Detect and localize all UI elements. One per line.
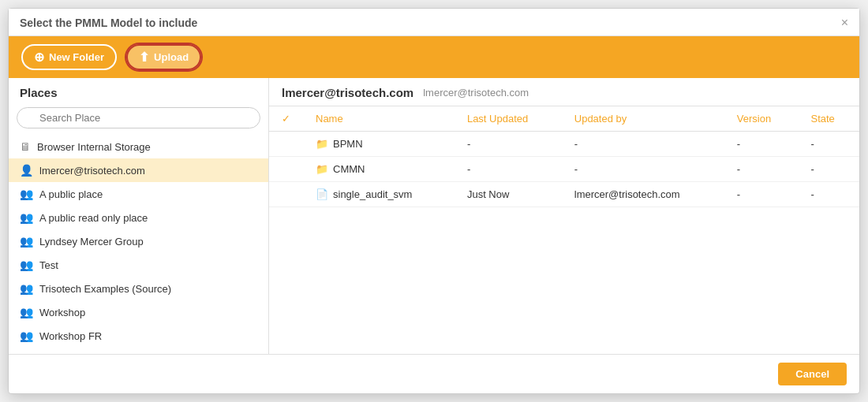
row-state: - (798, 132, 859, 157)
sidebar-item-label: Test (39, 259, 58, 271)
file-table: ✓ Name Last Updated Updated by Version S… (269, 106, 859, 354)
sidebar-item-label: A public place (39, 188, 103, 200)
file-icon: 📄 (316, 188, 328, 200)
updated-by-column-header[interactable]: Updated by (562, 106, 724, 132)
group-icon: 👥 (20, 306, 33, 318)
sidebar-item-label: A public read only place (39, 212, 148, 224)
sidebar-item-label: Trisotech Examples (Source) (39, 283, 171, 295)
sidebar-item-browser-internal-storage[interactable]: 🖥 Browser Internal Storage (9, 135, 268, 158)
check-col-header: ✓ (269, 106, 303, 132)
group-icon: 👥 (20, 188, 33, 200)
sidebar-item-label: lmercer@trisotech.com (39, 165, 145, 177)
files-table: ✓ Name Last Updated Updated by Version S… (269, 106, 859, 207)
state-column-header[interactable]: State (798, 106, 859, 132)
new-folder-icon: ⊕ (34, 50, 44, 65)
content-path: lmercer@trisotech.com (423, 87, 529, 99)
search-container: 🔍 (9, 104, 268, 135)
row-updated-by: lmercer@trisotech.com (562, 182, 724, 207)
row-check (269, 157, 303, 182)
row-name: 📄 single_audit_svm (303, 182, 455, 207)
user-icon: 👤 (20, 164, 33, 177)
search-wrapper: 🔍 (17, 107, 260, 128)
sidebar-item-label: Lyndsey Mercer Group (39, 236, 144, 248)
row-last-updated: - (455, 157, 562, 182)
sidebar-list: 🖥 Browser Internal Storage 👤 lmercer@tri… (9, 135, 268, 354)
cancel-button[interactable]: Cancel (778, 363, 847, 385)
sidebar-item-lmercer[interactable]: 👤 lmercer@trisotech.com (9, 158, 268, 182)
table-row[interactable]: 📄 single_audit_svm Just Now lmercer@tris… (269, 182, 859, 207)
sidebar-item-workshop-fr[interactable]: 👥 Workshop FR (9, 324, 268, 348)
close-button[interactable]: × (841, 17, 848, 29)
new-folder-button[interactable]: ⊕ New Folder (21, 44, 117, 70)
dialog: Select the PMML Model to include × ⊕ New… (8, 8, 860, 394)
sidebar-item-label: Workshop (39, 307, 85, 318)
sidebar: Places 🔍 🖥 Browser Internal Storage 👤 lm… (9, 78, 269, 354)
group-icon: 👥 (20, 211, 33, 224)
sidebar-item-public-place[interactable]: 👥 A public place (9, 182, 268, 206)
group-icon: 👥 (20, 259, 33, 271)
row-state: - (798, 182, 859, 207)
sidebar-item-public-read-only[interactable]: 👥 A public read only place (9, 206, 268, 229)
row-version: - (724, 182, 799, 207)
table-row[interactable]: 📁 BPMN - - - - (269, 132, 859, 157)
name-column-header[interactable]: Name (303, 106, 455, 132)
dialog-footer: Cancel (9, 354, 859, 393)
sidebar-title: Places (9, 78, 268, 104)
group-icon: 👥 (20, 329, 33, 342)
search-input[interactable] (17, 107, 260, 128)
sidebar-item-lyndsey-mercer[interactable]: 👥 Lyndsey Mercer Group (9, 229, 268, 253)
table-header-row: ✓ Name Last Updated Updated by Version S… (269, 106, 859, 132)
sidebar-item-trisotech-examples[interactable]: 👥 Trisotech Examples (Source) (9, 277, 268, 300)
sidebar-item-workshop2[interactable]: 👥 Workshop2 (9, 348, 268, 354)
sidebar-item-label: Workshop FR (39, 330, 102, 342)
storage-icon: 🖥 (20, 140, 31, 153)
sidebar-item-workshop[interactable]: 👥 Workshop (9, 300, 268, 324)
group-icon: 👥 (20, 282, 33, 295)
row-updated-by: - (562, 132, 724, 157)
sidebar-item-test[interactable]: 👥 Test (9, 253, 268, 277)
row-version: - (724, 132, 799, 157)
folder-icon: 📁 (316, 138, 328, 150)
row-version: - (724, 157, 799, 182)
dialog-title: Select the PMML Model to include (20, 17, 197, 29)
row-updated-by: - (562, 157, 724, 182)
row-name: 📁 BPMN (303, 132, 455, 157)
folder-icon: 📁 (316, 163, 328, 175)
table-row[interactable]: 📁 CMMN - - - - (269, 157, 859, 182)
file-name-text: single_audit_svm (333, 188, 412, 200)
dialog-body: Places 🔍 🖥 Browser Internal Storage 👤 lm… (9, 78, 859, 354)
row-check (269, 132, 303, 157)
dialog-header: Select the PMML Model to include × (9, 9, 859, 36)
row-state: - (798, 157, 859, 182)
row-check (269, 182, 303, 207)
upload-button[interactable]: ⬆ Upload (126, 44, 201, 70)
file-name-text: CMMN (333, 163, 365, 175)
file-name-text: BPMN (333, 138, 363, 150)
sidebar-item-label: Browser Internal Storage (37, 141, 151, 153)
content-header: lmercer@trisotech.com lmercer@trisotech.… (269, 78, 859, 106)
row-last-updated: - (455, 132, 562, 157)
upload-icon: ⬆ (139, 50, 149, 65)
toolbar: ⊕ New Folder ⬆ Upload (9, 36, 859, 78)
new-folder-label: New Folder (49, 51, 104, 63)
content-area: lmercer@trisotech.com lmercer@trisotech.… (269, 78, 859, 354)
upload-label: Upload (154, 51, 189, 63)
version-column-header[interactable]: Version (724, 106, 799, 132)
row-name: 📁 CMMN (303, 157, 455, 182)
last-updated-column-header[interactable]: Last Updated (455, 106, 562, 132)
content-location: lmercer@trisotech.com (282, 86, 413, 99)
group-icon: 👥 (20, 235, 33, 248)
row-last-updated: Just Now (455, 182, 562, 207)
